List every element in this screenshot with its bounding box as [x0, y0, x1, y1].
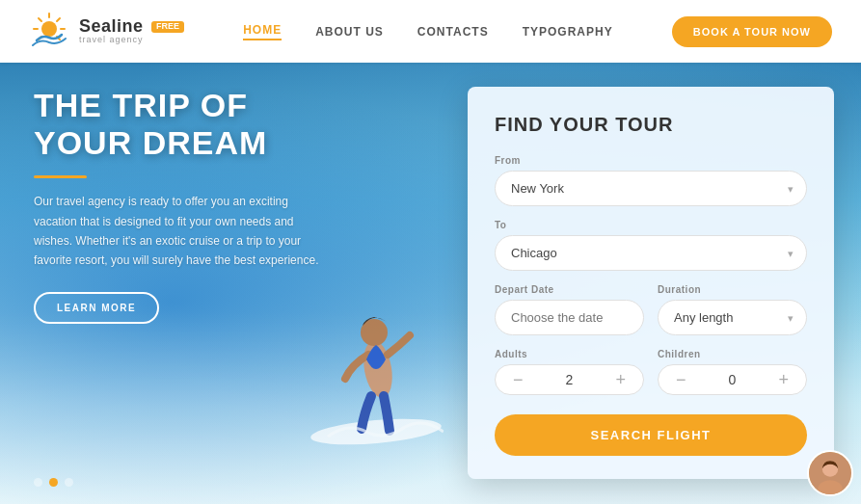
hero-dots: [34, 478, 73, 487]
book-tour-button[interactable]: BOOK A TOUR NOW: [672, 16, 832, 47]
logo-name: Sealine: [79, 16, 144, 36]
from-label: From: [495, 155, 807, 166]
children-value: 0: [729, 372, 737, 387]
depart-date-input[interactable]: [495, 300, 644, 335]
duration-select[interactable]: Any length 1 week 2 weeks 3 weeks 1 mont…: [658, 300, 807, 335]
adults-value: 2: [566, 372, 574, 387]
learn-more-button[interactable]: LEARN MORE: [34, 292, 159, 324]
duration-select-wrapper: Any length 1 week 2 weeks 3 weeks 1 mont…: [658, 300, 807, 335]
from-select-wrapper: New York Los Angeles Chicago Miami ▾: [495, 171, 807, 206]
hero-divider: [34, 175, 87, 178]
adults-decrement-button[interactable]: −: [509, 371, 527, 388]
duration-label: Duration: [658, 284, 807, 295]
duration-col: Duration Any length 1 week 2 weeks 3 wee…: [658, 284, 807, 335]
find-tour-card: FIND YOUR TOUR From New York Los Angeles…: [468, 87, 834, 479]
children-increment-button[interactable]: +: [774, 371, 793, 388]
nav-typography[interactable]: TYPOGRAPHY: [523, 25, 613, 39]
search-flight-button[interactable]: SEARCH FLIGHT: [495, 414, 807, 456]
svg-point-0: [309, 414, 443, 449]
nav-about[interactable]: ABOUT US: [315, 25, 384, 39]
nav-contacts[interactable]: CONTACTS: [417, 25, 489, 39]
logo[interactable]: Sealine FREE travel agency: [29, 12, 184, 52]
hero-description: Our travel agency is ready to offer you …: [34, 192, 333, 271]
to-select[interactable]: Chicago New York Miami Los Angeles: [495, 235, 807, 271]
dot-3[interactable]: [65, 478, 73, 487]
adults-label: Adults: [495, 349, 644, 359]
logo-text: Sealine FREE travel agency: [79, 17, 184, 46]
avatar[interactable]: [807, 450, 853, 496]
navbar: Sealine FREE travel agency HOME ABOUT US…: [0, 0, 861, 63]
adults-col: Adults − 2 +: [495, 349, 644, 395]
avatar-icon: [809, 450, 851, 496]
children-counter: − 0 +: [658, 364, 807, 395]
dot-2[interactable]: [49, 478, 58, 487]
from-select[interactable]: New York Los Angeles Chicago Miami: [495, 171, 807, 206]
depart-label: Depart Date: [495, 284, 644, 295]
date-duration-row: Depart Date Duration Any length 1 week 2…: [495, 284, 807, 335]
depart-col: Depart Date: [495, 284, 644, 335]
to-select-wrapper: Chicago New York Miami Los Angeles ▾: [495, 235, 807, 271]
children-decrement-button[interactable]: −: [672, 371, 690, 388]
hero-title: THE TRIP OF YOUR DREAM: [34, 87, 333, 162]
children-label: Children: [658, 349, 807, 359]
adults-children-row: Adults − 2 + Children − 0 +: [495, 349, 807, 395]
nav-links: HOME ABOUT US CONTACTS TYPOGRAPHY: [243, 23, 612, 40]
logo-icon: [29, 12, 69, 52]
logo-subtitle: travel agency: [79, 36, 184, 45]
nav-home[interactable]: HOME: [243, 23, 282, 40]
find-tour-title: FIND YOUR TOUR: [495, 114, 807, 136]
children-col: Children − 0 +: [658, 349, 807, 395]
to-label: To: [495, 220, 807, 230]
dot-1[interactable]: [34, 478, 42, 487]
adults-increment-button[interactable]: +: [611, 371, 630, 388]
svg-point-3: [41, 21, 57, 37]
hero-content: THE TRIP OF YOUR DREAM Our travel agency…: [34, 87, 333, 324]
logo-badge: FREE: [151, 21, 184, 33]
adults-counter: − 2 +: [495, 364, 644, 395]
